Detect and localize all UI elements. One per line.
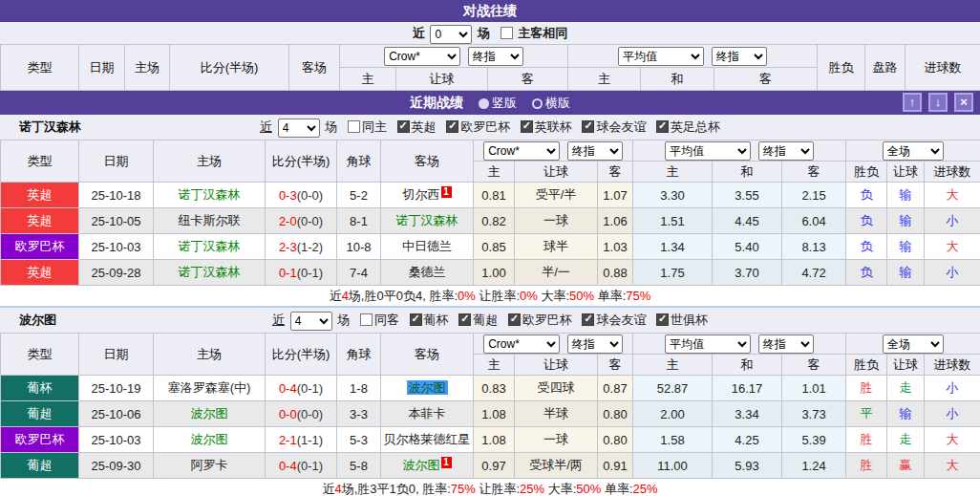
avg-home: 2.00 xyxy=(633,401,713,427)
handicap-result-cell: 输 xyxy=(887,183,925,208)
league-checkbox-europa[interactable] xyxy=(508,313,521,326)
goals-cell: 大 xyxy=(925,453,980,479)
away-team[interactable]: 诺丁汉森林 xyxy=(381,208,474,234)
col-home: 主场 xyxy=(154,334,266,376)
league-checkbox-europa[interactable] xyxy=(446,120,458,133)
odds-home: 0.97 xyxy=(474,453,515,479)
average-select[interactable]: 平均值 xyxy=(665,141,751,161)
corner-count: 3-3 xyxy=(337,401,381,427)
team2-match-count-select[interactable]: 4 xyxy=(290,312,332,331)
odds-away: 0.80 xyxy=(598,427,633,453)
col-goals: 进球数 xyxy=(925,162,980,183)
home-team[interactable]: 诺丁汉森林 xyxy=(154,183,266,208)
avg-draw: 16.17 xyxy=(713,376,782,401)
away-team[interactable]: 波尔图1 xyxy=(381,453,474,479)
odds-home: 0.85 xyxy=(474,234,515,260)
away-team[interactable]: 中日德兰 xyxy=(381,234,474,260)
col-avg-away: 客 xyxy=(782,162,846,183)
table-row: 英超 25-09-28 诺丁汉森林 0-1(0-1) 7-4 桑德兰 1.00 … xyxy=(1,260,980,286)
odds-provider-select[interactable]: Crow* xyxy=(483,334,560,354)
league-checkbox-pt-cup[interactable] xyxy=(410,313,422,326)
col-result: 胜负 xyxy=(846,162,887,183)
same-home-away-checkbox[interactable] xyxy=(501,27,513,39)
same-home-away-label: 主客相同 xyxy=(518,26,567,40)
avg-home: 52.87 xyxy=(633,376,713,401)
average-select[interactable]: 平均值 xyxy=(618,47,704,66)
home-team[interactable]: 波尔图 xyxy=(154,401,266,427)
league-checkbox-pt-liga[interactable] xyxy=(458,313,471,326)
league-checkbox-club-wc[interactable] xyxy=(656,313,669,326)
near-link[interactable]: 近 xyxy=(260,119,272,134)
league-label: 葡超 xyxy=(473,313,498,327)
home-team[interactable]: 诺丁汉森林 xyxy=(154,234,266,260)
close-button[interactable]: × xyxy=(954,93,973,112)
goals-cell: 小 xyxy=(925,208,980,234)
home-team[interactable]: 塞洛罗森塞(中) xyxy=(154,376,266,401)
scope-select[interactable]: 全场 xyxy=(883,334,944,354)
col-home: 主场 xyxy=(154,140,266,183)
h2h-match-count-select[interactable]: 0 xyxy=(430,25,472,44)
league-checkbox-efl-cup[interactable] xyxy=(521,120,533,133)
away-team[interactable]: 本菲卡 xyxy=(381,401,474,427)
odds-handicap: 一球 xyxy=(515,427,598,453)
score-cell: 0-4(0-1) xyxy=(266,376,337,401)
final-index-select[interactable]: 终指 xyxy=(468,47,523,66)
league-label: 欧罗巴杯 xyxy=(522,313,572,327)
away-team[interactable]: 波尔图 xyxy=(381,376,474,401)
odds-provider-header: Crow* 终指 xyxy=(340,45,568,68)
league-checkbox-epl[interactable] xyxy=(397,120,410,133)
same-away-checkbox[interactable] xyxy=(360,313,373,326)
avg-away: 1.24 xyxy=(782,453,846,479)
goals-cell: 小 xyxy=(925,401,980,427)
league-badge: 欧罗巴杯 xyxy=(1,234,79,260)
league-checkbox-fa-cup[interactable] xyxy=(656,120,669,133)
away-team[interactable]: 切尔西1 xyxy=(381,183,474,208)
col-date: 日期 xyxy=(79,45,125,91)
odds-handicap: 球半 xyxy=(515,234,598,260)
avg-away: 6.04 xyxy=(782,208,846,234)
odds-provider-select[interactable]: Crow* xyxy=(483,141,560,161)
move-down-button[interactable]: ↓ xyxy=(928,93,948,112)
league-label: 英超 xyxy=(412,119,437,134)
team1-summary: 近4场,胜0平0负4, 胜率:0% 让胜率:0% 大率:50% 单率:75% xyxy=(0,286,980,308)
team1-match-count-select[interactable]: 4 xyxy=(278,119,320,138)
average-select[interactable]: 平均值 xyxy=(665,334,751,354)
move-up-button[interactable]: ↑ xyxy=(903,93,922,112)
final-index-select[interactable]: 终指 xyxy=(567,334,623,354)
final-index-select-2[interactable]: 终指 xyxy=(712,47,767,66)
league-checkbox-friendly[interactable] xyxy=(582,313,594,326)
avg-home: 11.00 xyxy=(633,453,713,479)
same-home-checkbox[interactable] xyxy=(348,120,360,133)
vertical-radio[interactable] xyxy=(479,98,489,109)
corner-count: 1-8 xyxy=(337,376,381,401)
scope-select[interactable]: 全场 xyxy=(883,141,944,161)
home-team[interactable]: 阿罗卡 xyxy=(154,453,266,479)
home-team[interactable]: 纽卡斯尔联 xyxy=(154,208,266,234)
col-avg-draw: 和 xyxy=(713,355,782,376)
avg-home: 1.58 xyxy=(633,427,713,453)
final-index-select[interactable]: 终指 xyxy=(567,141,623,161)
away-team[interactable]: 桑德兰 xyxy=(381,260,474,286)
odds-provider-select[interactable]: Crow* xyxy=(384,47,460,66)
col-score: 比分(半场) xyxy=(266,140,337,183)
home-team[interactable]: 波尔图 xyxy=(154,427,266,453)
horizontal-radio[interactable] xyxy=(532,98,543,109)
col-odds-handicap: 让球 xyxy=(515,355,598,376)
league-label: 葡杯 xyxy=(424,313,449,327)
final-index-select-2[interactable]: 终指 xyxy=(758,141,814,161)
home-team[interactable]: 诺丁汉森林 xyxy=(154,260,266,286)
col-type: 类型 xyxy=(1,140,79,183)
near-link[interactable]: 近 xyxy=(272,313,285,327)
odds-away: 1.07 xyxy=(598,183,633,208)
team-name[interactable]: 波尔图 xyxy=(19,308,56,333)
col-away: 客场 xyxy=(381,334,474,376)
league-badge: 葡杯 xyxy=(1,376,79,401)
final-index-select-2[interactable]: 终指 xyxy=(758,334,814,354)
rank-badge: 1 xyxy=(441,457,452,468)
away-team[interactable]: 贝尔格莱德红星 xyxy=(381,427,474,453)
team-name[interactable]: 诺丁汉森林 xyxy=(19,115,81,140)
league-checkbox-friendly[interactable] xyxy=(582,120,594,133)
avg-home: 1.75 xyxy=(633,260,713,286)
corner-count: 8-1 xyxy=(337,208,381,234)
league-label: 英足总杯 xyxy=(671,119,720,134)
